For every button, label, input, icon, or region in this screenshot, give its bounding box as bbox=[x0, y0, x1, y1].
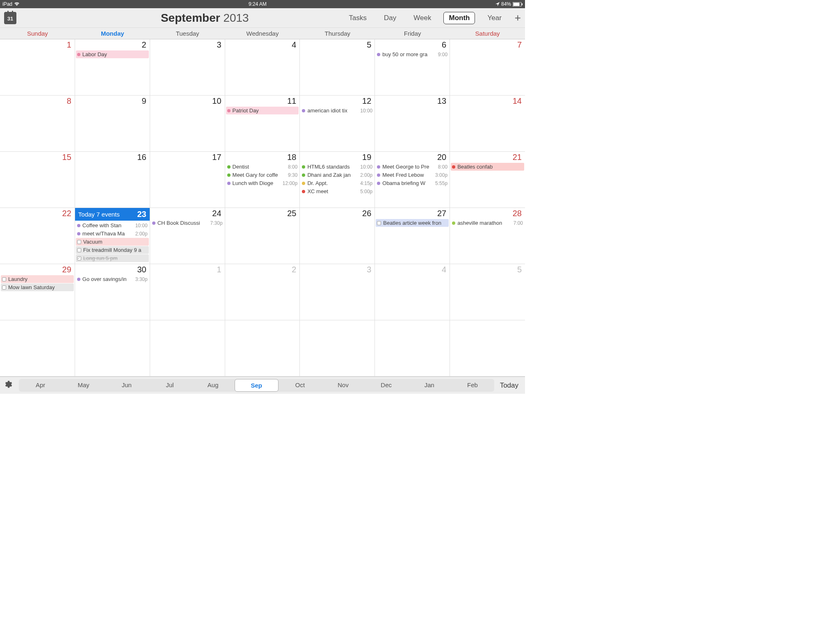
checkbox-icon[interactable]: ✓ bbox=[77, 256, 81, 260]
event-dot-icon bbox=[227, 165, 231, 169]
day-cell[interactable]: 27Beatles article week fron bbox=[375, 208, 450, 264]
day-cell[interactable] bbox=[150, 320, 225, 377]
month-nov[interactable]: Nov bbox=[322, 379, 365, 392]
day-cell[interactable]: 7 bbox=[450, 39, 525, 96]
add-button[interactable]: + bbox=[515, 11, 521, 24]
event-item[interactable]: Obama briefing W5:55p bbox=[376, 179, 449, 187]
event-item[interactable]: CH Book Discussi7:30p bbox=[151, 219, 224, 227]
day-cell[interactable]: 24CH Book Discussi7:30p bbox=[150, 208, 225, 264]
calendar-app-icon[interactable]: 31 bbox=[4, 12, 16, 24]
event-item[interactable]: Patriot Day bbox=[226, 107, 299, 114]
month-oct[interactable]: Oct bbox=[278, 379, 322, 392]
event-item[interactable]: Dr. Appt.4:15p bbox=[301, 179, 374, 187]
event-item[interactable]: buy 50 or more gra9:00 bbox=[376, 50, 449, 58]
day-cell[interactable]: 25 bbox=[225, 208, 300, 264]
day-cell[interactable]: 14 bbox=[450, 96, 525, 152]
day-cell[interactable]: 4 bbox=[375, 264, 450, 320]
event-item[interactable]: Coffee with Stan10:00 bbox=[76, 221, 149, 229]
event-item[interactable]: Beatles article week fron bbox=[376, 219, 449, 227]
event-item[interactable]: Dentist8:00 bbox=[226, 163, 299, 171]
gear-icon[interactable] bbox=[4, 380, 12, 390]
day-cell[interactable]: 16 bbox=[75, 152, 150, 208]
day-cell[interactable]: 13 bbox=[375, 96, 450, 152]
day-cell[interactable]: 3 bbox=[300, 264, 375, 320]
event-item[interactable]: Meet Fred Lebow3:00p bbox=[376, 171, 449, 179]
day-cell[interactable] bbox=[450, 320, 525, 377]
month-jul[interactable]: Jul bbox=[148, 379, 191, 392]
day-cell[interactable] bbox=[75, 320, 150, 377]
day-cell[interactable]: 18Dentist8:00Meet Gary for coffe9:30Lunc… bbox=[225, 152, 300, 208]
event-item[interactable]: Beatles confab bbox=[451, 163, 524, 171]
day-cell[interactable]: 2Labor Day bbox=[75, 39, 150, 96]
day-cell[interactable] bbox=[225, 320, 300, 377]
event-item[interactable]: meet w/Thava Ma2:00p bbox=[76, 230, 149, 237]
month-dec[interactable]: Dec bbox=[365, 379, 408, 392]
tab-year[interactable]: Year bbox=[482, 12, 506, 24]
day-cell[interactable] bbox=[300, 320, 375, 377]
checkbox-icon[interactable] bbox=[377, 221, 381, 225]
day-cell[interactable]: 3 bbox=[150, 39, 225, 96]
day-cell[interactable] bbox=[375, 320, 450, 377]
day-cell[interactable]: 22 bbox=[0, 208, 75, 264]
day-cell[interactable]: 29LaundryMow lawn Saturday bbox=[0, 264, 75, 320]
day-cell[interactable]: Today 7 events23Coffee with Stan10:00mee… bbox=[75, 208, 150, 264]
event-item[interactable]: Dhani and Zak jan2:00p bbox=[301, 171, 374, 179]
day-cell[interactable]: 17 bbox=[150, 152, 225, 208]
day-cell[interactable]: 19HTML6 standards10:00Dhani and Zak jan2… bbox=[300, 152, 375, 208]
event-item[interactable]: Meet Gary for coffe9:30 bbox=[226, 171, 299, 179]
event-item[interactable]: Lunch with Dioge12:00p bbox=[226, 179, 299, 187]
event-item[interactable]: Go over savings/in3:30p bbox=[76, 275, 149, 283]
tab-month[interactable]: Month bbox=[443, 12, 475, 24]
event-dot-icon bbox=[452, 221, 455, 225]
day-number: 17 bbox=[150, 152, 225, 162]
event-item[interactable]: Labor Day bbox=[76, 50, 149, 58]
day-cell[interactable]: 5 bbox=[450, 264, 525, 320]
day-cell[interactable]: 12american idiot tix10:00 bbox=[300, 96, 375, 152]
month-jan[interactable]: Jan bbox=[408, 379, 451, 392]
checkbox-icon[interactable] bbox=[77, 240, 81, 244]
day-number: 2 bbox=[75, 39, 150, 50]
checkbox-icon[interactable] bbox=[77, 248, 81, 252]
month-sep[interactable]: Sep bbox=[235, 379, 278, 392]
event-item[interactable]: Vacuum bbox=[76, 238, 149, 246]
today-button[interactable]: Today bbox=[498, 381, 521, 390]
day-cell[interactable]: 21Beatles confab bbox=[450, 152, 525, 208]
day-cell[interactable]: 10 bbox=[150, 96, 225, 152]
day-cell[interactable]: 2 bbox=[225, 264, 300, 320]
tab-week[interactable]: Week bbox=[409, 12, 436, 24]
event-item[interactable]: Laundry bbox=[1, 275, 74, 283]
event-item[interactable]: Fix treadmill Monday 9 a bbox=[76, 246, 149, 254]
checkbox-icon[interactable] bbox=[2, 277, 6, 281]
day-cell[interactable]: 5 bbox=[300, 39, 375, 96]
tab-tasks[interactable]: Tasks bbox=[344, 12, 372, 24]
day-cell[interactable]: 26 bbox=[300, 208, 375, 264]
month-feb[interactable]: Feb bbox=[451, 379, 494, 392]
day-cell[interactable]: 9 bbox=[75, 96, 150, 152]
event-item[interactable]: asheville marathon7:00 bbox=[451, 219, 524, 227]
event-item[interactable]: Meet George to Pre8:00 bbox=[376, 163, 449, 171]
day-cell[interactable]: 20Meet George to Pre8:00Meet Fred Lebow3… bbox=[375, 152, 450, 208]
day-cell[interactable]: 8 bbox=[0, 96, 75, 152]
month-apr[interactable]: Apr bbox=[19, 379, 62, 392]
month-aug[interactable]: Aug bbox=[192, 379, 235, 392]
month-jun[interactable]: Jun bbox=[105, 379, 148, 392]
day-cell[interactable]: 11Patriot Day bbox=[225, 96, 300, 152]
day-cell[interactable]: 28asheville marathon7:00 bbox=[450, 208, 525, 264]
day-cell[interactable]: 1 bbox=[150, 264, 225, 320]
month-may[interactable]: May bbox=[62, 379, 105, 392]
event-item[interactable]: american idiot tix10:00 bbox=[301, 107, 374, 114]
day-cell[interactable]: 15 bbox=[0, 152, 75, 208]
event-item[interactable]: HTML6 standards10:00 bbox=[301, 163, 374, 171]
event-item[interactable]: ✓Long run 5 pm bbox=[76, 254, 149, 262]
month-scroller[interactable]: AprMayJunJulAugSepOctNovDecJanFeb bbox=[19, 379, 494, 392]
tab-day[interactable]: Day bbox=[379, 12, 401, 24]
day-cell[interactable] bbox=[0, 320, 75, 377]
event-label: Meet George to Pre bbox=[382, 164, 437, 170]
day-cell[interactable]: 1 bbox=[0, 39, 75, 96]
event-item[interactable]: XC meet5:00p bbox=[301, 187, 374, 195]
checkbox-icon[interactable] bbox=[2, 285, 6, 290]
day-cell[interactable]: 4 bbox=[225, 39, 300, 96]
event-item[interactable]: Mow lawn Saturday bbox=[1, 283, 74, 291]
day-cell[interactable]: 30Go over savings/in3:30p bbox=[75, 264, 150, 320]
day-cell[interactable]: 6buy 50 or more gra9:00 bbox=[375, 39, 450, 96]
